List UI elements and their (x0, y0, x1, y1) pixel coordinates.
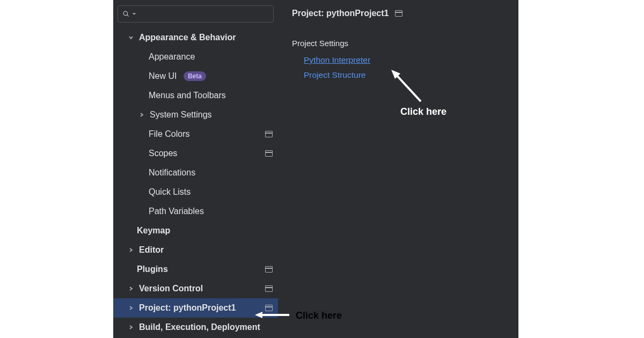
annotation-arrow-icon (254, 311, 291, 319)
tree-label: Build, Execution, Deployment (139, 322, 273, 332)
content-header: Project: pythonProject1 (292, 9, 513, 18)
tree-label: Scopes (149, 149, 265, 158)
tree-item-plugins[interactable]: Plugins (113, 260, 278, 279)
tree-item-menus-toolbars[interactable]: Menus and Toolbars (113, 86, 278, 105)
chevron-right-icon (126, 245, 136, 255)
tree-item-editor[interactable]: Editor (113, 240, 278, 260)
tree-item-keymap[interactable]: Keymap (113, 221, 278, 240)
project-scope-icon (395, 10, 402, 17)
chevron-right-icon (126, 322, 136, 332)
svg-line-1 (127, 15, 129, 17)
beta-badge: Beta (184, 71, 206, 81)
project-scope-icon (265, 150, 273, 157)
search-input[interactable] (118, 5, 274, 23)
tree-label: Plugins (137, 264, 265, 274)
annotation-label: Click here (296, 310, 342, 321)
tree-label: Appearance (149, 52, 273, 62)
annotation-label: Click here (400, 106, 447, 117)
tree-item-project[interactable]: Project: pythonProject1 (113, 298, 278, 318)
tree-item-path-variables[interactable]: Path Variables (113, 202, 278, 221)
tree-item-system-settings[interactable]: System Settings (113, 105, 278, 124)
tree-item-quick-lists[interactable]: Quick Lists (113, 182, 278, 202)
tree-label: Editor (139, 245, 273, 255)
tree-label: System Settings (150, 110, 273, 120)
tree-label: Quick Lists (149, 187, 273, 197)
tree-item-appearance[interactable]: Appearance (113, 47, 278, 67)
tree-item-notifications[interactable]: Notifications (113, 163, 278, 182)
search-wrap (113, 5, 278, 28)
svg-point-0 (123, 11, 128, 16)
search-icon (122, 10, 130, 18)
tree-label: Menus and Toolbars (149, 91, 273, 100)
tree-item-scopes[interactable]: Scopes (113, 144, 278, 163)
link-python-interpreter[interactable]: Python Interpreter (304, 55, 513, 65)
settings-window: Appearance & Behavior Appearance New UI … (113, 0, 518, 338)
annotation-arrow-icon (390, 68, 428, 108)
tree-item-file-colors[interactable]: File Colors (113, 124, 278, 144)
tree-label: File Colors (149, 129, 265, 139)
settings-tree: Appearance & Behavior Appearance New UI … (113, 28, 278, 337)
tree-label-text: New UI (149, 71, 177, 80)
tree-label: Keymap (137, 226, 273, 236)
tree-item-build-execution-deployment[interactable]: Build, Execution, Deployment (113, 318, 278, 337)
tree-label: Path Variables (149, 207, 273, 216)
project-scope-icon (265, 305, 273, 311)
chevron-right-icon (126, 303, 136, 313)
chevron-right-icon (126, 284, 136, 293)
project-scope-icon (265, 285, 273, 292)
tree-item-new-ui[interactable]: New UI Beta (113, 67, 278, 86)
tree-label: Appearance & Behavior (139, 33, 273, 42)
settings-sidebar: Appearance & Behavior Appearance New UI … (113, 0, 278, 338)
tree-label: Version Control (139, 284, 265, 293)
tree-label: New UI Beta (149, 71, 273, 82)
tree-item-version-control[interactable]: Version Control (113, 279, 278, 298)
tree-item-appearance-behavior[interactable]: Appearance & Behavior (113, 28, 278, 47)
tree-label: Project: pythonProject1 (139, 303, 265, 313)
page-title: Project: pythonProject1 (292, 9, 389, 18)
svg-marker-5 (255, 312, 262, 318)
section-title: Project Settings (292, 39, 513, 48)
project-scope-icon (265, 131, 273, 137)
tree-label: Notifications (149, 168, 273, 178)
svg-line-2 (395, 74, 421, 101)
chevron-down-icon (126, 33, 136, 42)
project-scope-icon (265, 266, 273, 273)
chevron-right-icon (137, 110, 147, 120)
chevron-down-icon (132, 12, 136, 16)
settings-content: Project: pythonProject1 Project Settings… (278, 0, 518, 338)
